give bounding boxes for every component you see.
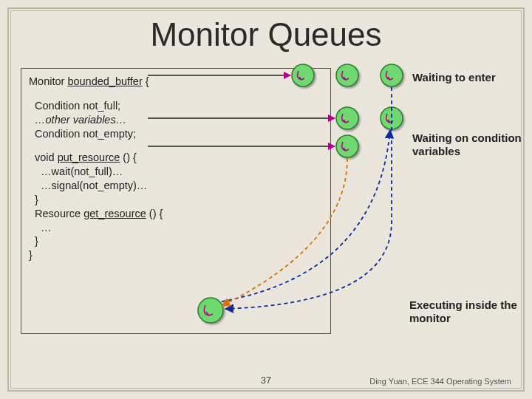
code-box: Monitor bounded_buffer { Condition not_f…	[21, 68, 331, 334]
code-text: Resource	[29, 208, 83, 219]
code-underline: get_resource	[83, 208, 146, 219]
label-executing: Executing inside the monitor	[409, 299, 520, 325]
footer-credit: Ding Yuan, ECE 344 Operating System	[369, 377, 511, 386]
code-underline: bounded_buffer	[67, 75, 142, 87]
code-text: () {	[146, 208, 163, 219]
code-line: void put_resource () {	[29, 151, 323, 165]
code-line: }	[29, 248, 323, 262]
code-line: …other variables…	[29, 113, 323, 127]
code-line: …	[29, 221, 323, 235]
label-waiting-to-enter: Waiting to enter	[412, 71, 516, 84]
slide-number: 37	[261, 375, 271, 386]
code-line: }	[29, 234, 323, 248]
spacer	[29, 140, 323, 151]
code-line: }	[29, 193, 323, 207]
code-line: …wait(not_full)…	[29, 165, 323, 179]
code-line: Resource get_resource () {	[29, 207, 323, 221]
spacer	[29, 89, 323, 99]
slide-title: Monitor Queues	[0, 16, 532, 53]
code-underline: put_resource	[58, 151, 120, 163]
code-text: Monitor	[29, 75, 67, 87]
code-text: {	[143, 75, 149, 87]
code-line: …signal(not_empty)…	[29, 179, 323, 193]
code-text: void	[29, 151, 58, 163]
code-line: Condition not_empty;	[29, 127, 323, 141]
code-line: Condition not_full;	[29, 99, 323, 113]
code-text: () {	[120, 151, 137, 163]
label-waiting-condition: Waiting on condition variables	[412, 132, 531, 158]
code-line: Monitor bounded_buffer {	[29, 75, 323, 89]
